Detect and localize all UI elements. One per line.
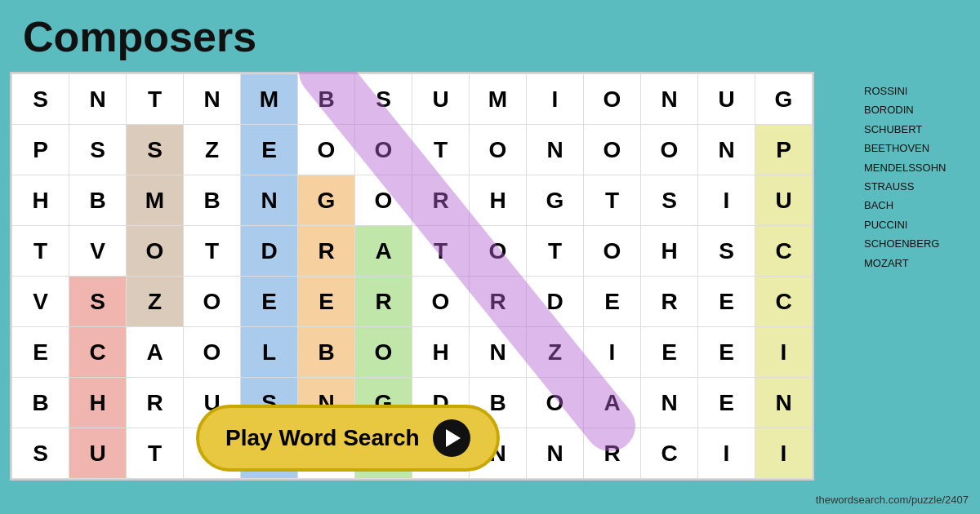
grid-cell[interactable]: H [69,378,127,428]
grid-cell[interactable]: Z [127,277,184,327]
grid-cell[interactable]: V [69,226,127,277]
grid-cell[interactable]: N [698,125,755,175]
grid-cell[interactable]: N [69,74,127,125]
grid-cell[interactable]: C [69,327,127,378]
grid-cell[interactable]: O [184,277,241,327]
grid-cell[interactable]: H [12,175,69,226]
grid-cell[interactable]: E [298,277,355,327]
grid-cell[interactable]: D [241,226,298,277]
grid-cell[interactable]: T [127,428,184,479]
grid-cell[interactable]: E [698,327,755,378]
grid-cell[interactable]: R [584,428,641,479]
grid-cell[interactable]: G [298,175,355,226]
grid-cell[interactable]: U [412,74,470,125]
grid-cell[interactable]: A [584,378,641,428]
grid-cell[interactable]: I [584,327,641,378]
grid-cell[interactable]: T [527,226,584,277]
grid-cell[interactable]: R [641,277,698,327]
grid-cell[interactable]: E [241,125,298,175]
grid-cell[interactable]: B [12,378,69,428]
grid-cell[interactable]: Z [184,125,241,175]
grid-cell[interactable]: N [470,327,527,378]
grid-cell[interactable]: B [184,175,241,226]
grid-cell[interactable]: O [298,125,355,175]
grid-cell[interactable]: M [470,74,527,125]
play-button[interactable]: Play Word Search [196,405,500,472]
grid-cell[interactable]: O [355,175,412,226]
grid-cell[interactable]: R [355,277,412,327]
grid-cell[interactable]: E [241,277,298,327]
grid-cell[interactable]: O [470,125,527,175]
grid-cell[interactable]: O [127,226,184,277]
grid-cell[interactable]: E [698,378,755,428]
grid-cell[interactable]: I [755,327,813,378]
grid-cell[interactable]: S [127,125,184,175]
grid-cell[interactable]: B [298,74,355,125]
grid-cell[interactable]: N [184,74,241,125]
grid-cell[interactable]: R [470,277,527,327]
grid-cell[interactable]: T [12,226,69,277]
grid-cell[interactable]: S [641,175,698,226]
grid-cell[interactable]: R [298,226,355,277]
grid-cell[interactable]: U [698,74,755,125]
grid-cell[interactable]: O [584,226,641,277]
grid-cell[interactable]: U [69,428,127,479]
grid-cell[interactable]: T [184,226,241,277]
grid-cell[interactable]: P [755,125,813,175]
grid-cell[interactable]: I [698,428,755,479]
grid-cell[interactable]: P [12,125,69,175]
grid-cell[interactable]: I [527,74,584,125]
grid-cell[interactable]: C [755,226,813,277]
grid-cell[interactable]: E [641,327,698,378]
grid-cell[interactable]: R [412,175,470,226]
grid-cell[interactable]: O [412,277,470,327]
grid-cell[interactable]: H [470,175,527,226]
grid-cell[interactable]: G [755,74,813,125]
grid-cell[interactable]: S [12,74,69,125]
grid-cell[interactable]: I [698,175,755,226]
grid-cell[interactable]: O [184,327,241,378]
grid-cell[interactable]: A [355,226,412,277]
grid-cell[interactable]: O [527,378,584,428]
grid-cell[interactable]: S [12,428,69,479]
grid-cell[interactable]: S [69,277,127,327]
grid-cell[interactable]: E [12,327,69,378]
grid-cell[interactable]: N [755,378,813,428]
grid-cell[interactable]: B [298,327,355,378]
grid-cell[interactable]: O [584,74,641,125]
grid-cell[interactable]: N [241,175,298,226]
grid-cell[interactable]: L [241,327,298,378]
grid-cell[interactable]: T [127,74,184,125]
grid-cell[interactable]: T [584,175,641,226]
grid-cell[interactable]: R [127,378,184,428]
grid-cell[interactable]: O [355,125,412,175]
grid-cell[interactable]: S [355,74,412,125]
grid-cell[interactable]: V [12,277,69,327]
grid-cell[interactable]: H [412,327,470,378]
grid-cell[interactable]: N [527,125,584,175]
grid-cell[interactable]: D [527,277,584,327]
grid-cell[interactable]: M [127,175,184,226]
grid-cell[interactable]: U [755,175,813,226]
grid-cell[interactable]: N [641,378,698,428]
grid-cell[interactable]: E [698,277,755,327]
grid-cell[interactable]: I [755,428,813,479]
grid-cell[interactable]: S [69,125,127,175]
grid-cell[interactable]: O [470,226,527,277]
grid-cell[interactable]: T [412,226,470,277]
grid-cell[interactable]: N [641,74,698,125]
grid-cell[interactable]: O [355,327,412,378]
grid-cell[interactable]: A [127,327,184,378]
grid-cell[interactable]: S [698,226,755,277]
grid-cell[interactable]: G [527,175,584,226]
grid-cell[interactable]: C [755,277,813,327]
grid-cell[interactable]: T [412,125,470,175]
grid-cell[interactable]: B [69,175,127,226]
grid-cell[interactable]: Z [527,327,584,378]
grid-cell[interactable]: M [241,74,298,125]
grid-cell[interactable]: O [641,125,698,175]
grid-cell[interactable]: N [527,428,584,479]
grid-cell[interactable]: C [641,428,698,479]
grid-cell[interactable]: O [584,125,641,175]
grid-cell[interactable]: H [641,226,698,277]
